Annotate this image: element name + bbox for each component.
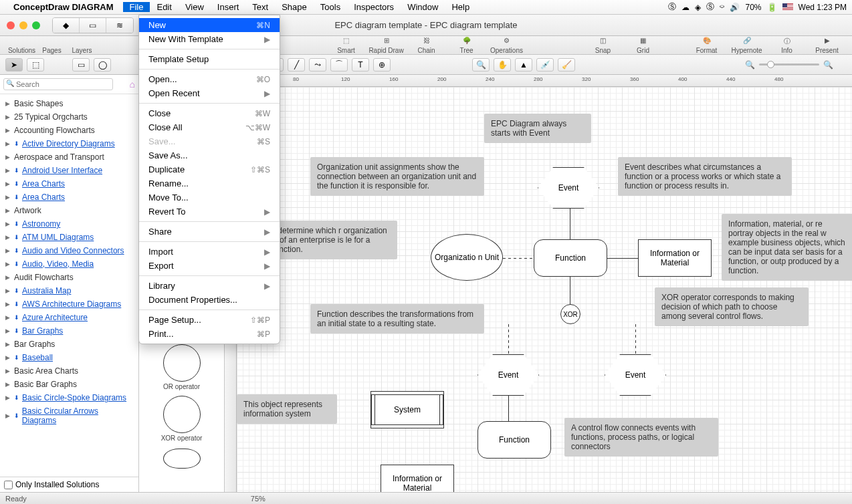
rapid-draw-button[interactable]: ⊞Rapid Draw — [368, 37, 405, 54]
library-item[interactable]: ▶⬇Android User Interface — [0, 164, 138, 177]
menu-item-open-[interactable]: Open...⌘O — [139, 72, 280, 86]
library-link[interactable]: ATM UML Diagrams — [22, 233, 94, 242]
disclosure-icon[interactable]: ▶ — [5, 247, 11, 254]
tab-pages[interactable]: ▭ — [80, 18, 106, 33]
disclosure-icon[interactable]: ▶ — [5, 114, 11, 120]
disclosure-icon[interactable]: ▶ — [5, 221, 11, 227]
select-tool[interactable]: ⬚ — [27, 58, 44, 72]
tab-solutions[interactable]: ◆ — [53, 18, 80, 33]
text-tool[interactable]: T — [352, 58, 369, 72]
menu-text[interactable]: Text — [245, 2, 275, 12]
library-item[interactable]: ▶⬇Active Directory Diagrams — [0, 137, 138, 150]
close-window[interactable] — [7, 21, 15, 29]
library-link[interactable]: AWS Architecture Diagrams — [22, 299, 121, 309]
disclosure-icon[interactable]: ▶ — [5, 394, 11, 401]
library-item[interactable]: ▶Basic Shapes — [0, 97, 138, 110]
disclosure-icon[interactable]: ▶ — [5, 100, 11, 107]
zoom-slider[interactable]: 🔍 🔍 — [745, 60, 833, 70]
library-item[interactable]: ▶Basic Bar Graphs — [0, 378, 138, 391]
menu-shape[interactable]: Shape — [275, 2, 314, 12]
library-item[interactable]: ▶Bar Graphs — [0, 338, 138, 351]
menu-item-page-setup-[interactable]: Page Setup...⇧⌘P — [139, 313, 280, 327]
maximize-window[interactable] — [32, 21, 40, 29]
disclosure-icon[interactable]: ▶ — [5, 274, 11, 281]
menu-view[interactable]: View — [179, 2, 211, 12]
library-link[interactable]: Azure Architecture — [22, 313, 88, 322]
menu-item-rename-[interactable]: Rename... — [139, 176, 280, 191]
library-item[interactable]: ▶⬇Australia Map — [0, 284, 138, 297]
ellipse-tool[interactable]: ◯ — [94, 58, 111, 72]
disclosure-icon[interactable]: ▶ — [5, 412, 11, 419]
tab-layers[interactable]: ≋ — [106, 18, 133, 33]
node-system[interactable]: System — [370, 391, 444, 428]
menu-item-print-[interactable]: Print...⌘P — [139, 327, 280, 341]
disclosure-icon[interactable]: ▶ — [5, 341, 11, 348]
menu-inspectors[interactable]: Inspectors — [347, 2, 401, 12]
siri-icon[interactable]: Ⓢ — [668, 1, 676, 13]
menu-item-close[interactable]: Close⌘W — [139, 106, 280, 120]
library-item[interactable]: ▶⬇ATM UML Diagrams — [0, 231, 138, 244]
app-name[interactable]: ConceptDraw DIAGRAM — [13, 2, 114, 12]
disclosure-icon[interactable]: ▶ — [5, 368, 11, 374]
menu-edit[interactable]: Edit — [150, 2, 178, 12]
library-item[interactable]: ▶⬇Area Charts — [0, 191, 138, 204]
rect-tool[interactable]: ▭ — [72, 58, 90, 72]
disclosure-icon[interactable]: ▶ — [5, 287, 11, 294]
search-input[interactable] — [3, 78, 113, 90]
grid-button[interactable]: ▦Grid — [625, 37, 661, 54]
library-link[interactable]: Android User Interface — [22, 166, 102, 175]
wifi-icon[interactable]: ⌔ — [720, 3, 724, 12]
disclosure-icon[interactable]: ▶ — [5, 207, 11, 214]
node-event-3[interactable]: Event — [605, 354, 666, 396]
menu-item-new-with-template[interactable]: New With Template▶ — [139, 32, 280, 46]
menu-item-share[interactable]: Share▶ — [139, 225, 280, 239]
library-link[interactable]: Bar Graphs — [22, 326, 63, 336]
present-button[interactable]: ▶Present — [809, 37, 845, 54]
menu-insert[interactable]: Insert — [211, 2, 246, 12]
node-info[interactable]: Information or Material — [638, 239, 712, 277]
menu-item-open-recent[interactable]: Open Recent▶ — [139, 86, 280, 100]
info-button[interactable]: ⓘInfo — [768, 37, 805, 54]
node-function-2[interactable]: Function — [477, 421, 551, 459]
connector-shape[interactable] — [163, 449, 201, 469]
library-item[interactable]: ▶Basic Area Charts — [0, 364, 138, 378]
only-installed-checkbox[interactable] — [4, 481, 13, 489]
library-item[interactable]: ▶⬇Astronomy — [0, 217, 138, 231]
stamp-tool[interactable]: ▲ — [515, 58, 532, 72]
library-item[interactable]: ▶⬇Basic Circular Arrows Diagrams — [0, 404, 138, 427]
menu-help[interactable]: Help — [445, 2, 476, 12]
menu-item-library[interactable]: Library▶ — [139, 279, 280, 293]
disclosure-icon[interactable]: ▶ — [5, 261, 11, 267]
clock[interactable]: Wed 1:23 PM — [798, 3, 847, 12]
arc-tool[interactable]: ⌒ — [330, 58, 348, 72]
zoom-out-icon[interactable]: 🔍 — [745, 60, 755, 70]
library-item[interactable]: ▶Audit Flowcharts — [0, 271, 138, 284]
menu-item-move-to-[interactable]: Move To... — [139, 191, 280, 205]
library-link[interactable]: Area Charts — [22, 193, 65, 202]
smart-button[interactable]: ⬚Smart — [328, 37, 364, 54]
insert-tool[interactable]: ⊕ — [373, 58, 391, 72]
disclosure-icon[interactable]: ▶ — [5, 154, 11, 160]
minimize-window[interactable] — [19, 21, 27, 29]
library-link[interactable]: Audio, Video, Media — [22, 259, 94, 269]
xor-shape[interactable] — [163, 396, 201, 433]
disclosure-icon[interactable]: ▶ — [5, 234, 11, 241]
disclosure-icon[interactable]: ▶ — [5, 354, 11, 361]
library-item[interactable]: ▶⬇Area Charts — [0, 177, 138, 191]
node-xor[interactable]: XOR — [560, 304, 580, 324]
menu-item-template-setup[interactable]: Template Setup — [139, 52, 280, 66]
library-item[interactable]: ▶⬇AWS Architecture Diagrams — [0, 297, 138, 311]
snap-button[interactable]: ◫Snap — [584, 37, 621, 54]
eraser-tool[interactable]: 🧹 — [558, 58, 575, 72]
node-event-1[interactable]: Event — [538, 167, 599, 209]
battery-pct[interactable]: 70% — [745, 3, 761, 12]
library-link[interactable]: Basic Circular Arrows Diagrams — [22, 406, 133, 425]
menu-item-save-as-[interactable]: Save As... — [139, 148, 280, 162]
library-item[interactable]: ▶⬇Azure Architecture — [0, 311, 138, 324]
menu-item-duplicate[interactable]: Duplicate⇧⌘S — [139, 162, 280, 176]
library-link[interactable]: Area Charts — [22, 179, 65, 188]
flag-icon[interactable] — [782, 3, 793, 11]
menu-window[interactable]: Window — [401, 2, 445, 12]
volume-icon[interactable]: 🔊 — [730, 3, 740, 12]
line-tool[interactable]: ╱ — [288, 58, 305, 72]
